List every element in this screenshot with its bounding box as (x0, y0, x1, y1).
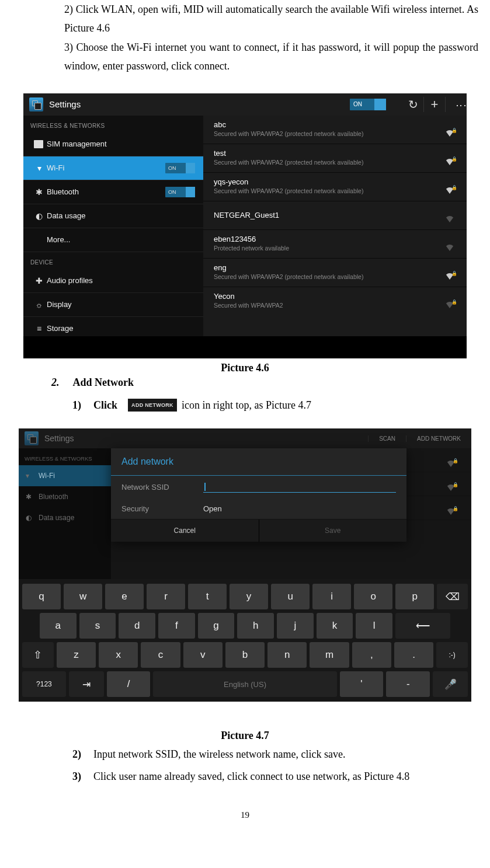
security-field-row: Security Open (111, 499, 406, 519)
bluetooth-icon: ✱ (32, 187, 47, 197)
key-apostrophe[interactable]: ' (340, 671, 384, 697)
ssid-field-row: Network SSID (111, 476, 406, 499)
add-network-step-1: 1) Click ADD NETWORK icon in right top, … (72, 397, 484, 414)
security-dropdown[interactable]: Open (203, 504, 222, 513)
key-backspace[interactable]: ⌫ (437, 584, 468, 609)
cancel-button[interactable]: Cancel (111, 520, 259, 542)
section-add-network: 2. Add Network (51, 377, 484, 389)
key-enter[interactable]: ⟵ (395, 613, 450, 639)
instruction-step-2: 2) Click WLAN, open wifi, MID will autom… (6, 0, 484, 38)
key-m[interactable]: m (310, 642, 349, 668)
key-emoji[interactable]: :-) (436, 642, 468, 668)
overflow-icon[interactable]: ⋮ (446, 100, 467, 109)
app-title: Settings (44, 434, 74, 443)
wifi-network-row[interactable]: engSecured with WPA/WPA2 (protected netw… (203, 259, 467, 287)
key-space[interactable]: English (US) (153, 671, 336, 697)
sidebar-item-wifi[interactable]: ▾ Wi-Fi ON (23, 156, 203, 180)
wifi-network-row[interactable]: NETGEAR_Guest1 (203, 201, 467, 230)
sidebar-item-wifi: ▾Wi-Fi (19, 465, 111, 486)
screenshot-add-network-dialog: Settings SCAN ADD NETWORK WIRELESS & NET… (19, 428, 471, 702)
instruction-step-3: 3) Choose the Wi-Fi internet you want to… (6, 38, 484, 76)
sidebar-item-data-usage: ◐Data usage (19, 507, 111, 528)
storage-icon: ≡ (32, 324, 47, 333)
key-n[interactable]: n (267, 642, 307, 668)
wifi-master-toggle[interactable]: ON (350, 99, 386, 110)
key-q[interactable]: q (22, 584, 61, 609)
key-a[interactable]: a (40, 613, 77, 639)
wifi-row-toggle[interactable]: ON (165, 163, 195, 173)
sidebar-item-bluetooth: ✱Bluetooth (19, 486, 111, 507)
dialog-title: Add network (111, 448, 406, 476)
key-w[interactable]: w (64, 584, 102, 609)
key-v[interactable]: v (183, 642, 223, 668)
ssid-input[interactable] (203, 482, 396, 493)
key-c[interactable]: c (141, 642, 180, 668)
key-symbols[interactable]: ?123 (22, 671, 66, 697)
key-f[interactable]: f (158, 613, 195, 639)
data-usage-icon: ◐ (32, 211, 47, 221)
audio-icon: ✚ (32, 276, 47, 285)
section-header-device: DEVICE (23, 252, 203, 269)
settings-icon (25, 431, 39, 445)
sidebar-item-display[interactable]: ☼ Display (23, 293, 203, 317)
app-header-2: Settings SCAN ADD NETWORK (19, 428, 471, 448)
key-t[interactable]: t (188, 584, 227, 609)
section-header-wireless: WIRELESS & NETWORKS (23, 116, 203, 133)
onscreen-keyboard: q w e r t y u i o p ⌫ a s d f g h j k (19, 579, 471, 702)
key-j[interactable]: j (277, 613, 314, 639)
add-network-inline-icon: ADD NETWORK (128, 399, 177, 412)
settings-sidebar: WIRELESS & NETWORKS SIM management ▾ Wi-… (23, 116, 203, 336)
sidebar-item-storage[interactable]: ≡ Storage (23, 317, 203, 340)
key-d[interactable]: d (119, 613, 155, 639)
wifi-network-list: abcSecured with WPA/WPA2 (protected netw… (203, 116, 467, 336)
key-mic[interactable]: 🎤 (433, 671, 468, 697)
save-button[interactable]: Save (259, 520, 407, 542)
key-h[interactable]: h (237, 613, 274, 639)
key-k[interactable]: k (317, 613, 353, 639)
add-icon[interactable]: + (423, 97, 446, 112)
wifi-network-row[interactable]: abcSecured with WPA/WPA2 (protected netw… (203, 116, 467, 144)
key-slash[interactable]: / (107, 671, 151, 697)
sim-icon (32, 140, 47, 148)
refresh-icon[interactable]: ↻ (402, 97, 423, 111)
add-network-step-2: 2) Input network SSID, the wireless netw… (72, 745, 478, 764)
display-icon: ☼ (32, 300, 47, 309)
scan-button[interactable]: SCAN (368, 435, 406, 442)
sidebar-item-sim[interactable]: SIM management (23, 133, 203, 156)
figure-caption-4-6: Picture 4.6 (6, 362, 484, 374)
key-r[interactable]: r (147, 584, 185, 609)
key-x[interactable]: x (99, 642, 138, 668)
add-network-step-3: 3) Click user name already saved, click … (72, 768, 478, 786)
bt-row-toggle[interactable]: ON (165, 187, 195, 197)
key-u[interactable]: u (271, 584, 310, 609)
key-i[interactable]: i (312, 584, 351, 609)
key-b[interactable]: b (225, 642, 265, 668)
wifi-network-row[interactable]: YeconSecured with WPA/WPA2 🔒 (203, 287, 467, 315)
screenshot-settings-wifi: Settings ON ↻ + ⋮ WIRELESS & NETWORKS SI… (23, 93, 467, 358)
wifi-icon: ▾ (32, 163, 47, 173)
wifi-network-row[interactable]: eben123456Protected network available (203, 230, 467, 259)
key-s[interactable]: s (79, 613, 116, 639)
key-dash[interactable]: - (386, 671, 430, 697)
add-network-button[interactable]: ADD NETWORK (406, 435, 471, 442)
key-p[interactable]: p (395, 584, 434, 609)
key-o[interactable]: o (354, 584, 392, 609)
key-z[interactable]: z (57, 642, 96, 668)
sidebar-item-bluetooth[interactable]: ✱ Bluetooth ON (23, 180, 203, 204)
key-period[interactable]: . (394, 642, 433, 668)
settings-icon (29, 97, 43, 111)
key-tab[interactable]: ⇥ (69, 671, 104, 697)
key-l[interactable]: l (356, 613, 392, 639)
key-shift[interactable]: ⇧ (22, 642, 54, 668)
key-e[interactable]: e (105, 584, 144, 609)
page-number: 19 (6, 810, 484, 820)
app-title: Settings (49, 99, 81, 109)
sidebar-item-more[interactable]: More... (23, 228, 203, 252)
key-y[interactable]: y (230, 584, 268, 609)
wifi-network-row[interactable]: testSecured with WPA/WPA2 (protected net… (203, 144, 467, 173)
sidebar-item-audio[interactable]: ✚ Audio profiles (23, 269, 203, 293)
wifi-network-row[interactable]: yqs-yeconSecured with WPA/WPA2 (protecte… (203, 173, 467, 201)
key-comma[interactable]: , (352, 642, 391, 668)
sidebar-item-data-usage[interactable]: ◐ Data usage (23, 204, 203, 228)
key-g[interactable]: g (198, 613, 235, 639)
